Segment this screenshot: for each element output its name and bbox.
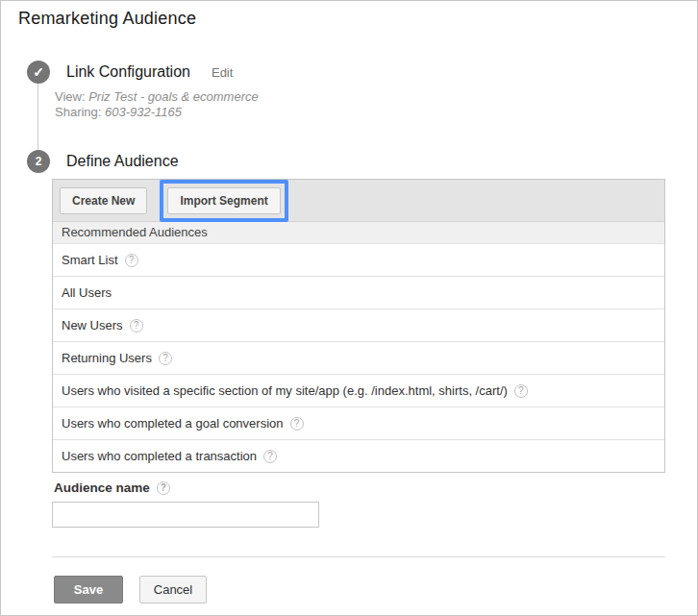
sharing-value: 603-932-1165: [105, 105, 182, 119]
sharing-label: Sharing:: [55, 105, 101, 119]
audience-row-transaction[interactable]: Users who completed a transaction ?: [53, 439, 664, 472]
audience-row-label: All Users: [62, 285, 112, 300]
help-icon[interactable]: ?: [157, 481, 170, 495]
import-segment-button[interactable]: Import Segment: [167, 187, 280, 214]
step2-header: 2 Define Audience: [27, 150, 179, 173]
save-button[interactable]: Save: [54, 576, 123, 604]
help-icon[interactable]: ?: [263, 450, 277, 463]
help-icon[interactable]: ?: [514, 384, 528, 398]
step1-edit-link[interactable]: Edit: [212, 65, 233, 80]
audience-row-label: Users who completed a transaction: [62, 449, 257, 463]
import-segment-highlight: Import Segment: [160, 180, 287, 222]
check-icon: ✓: [33, 65, 44, 79]
help-icon[interactable]: ?: [290, 417, 304, 431]
audience-row-all-users[interactable]: All Users: [53, 276, 664, 308]
recommended-audiences-header: Recommended Audiences: [53, 221, 664, 243]
step1-details: View: Priz Test - goals & ecommerce Shar…: [55, 89, 259, 120]
audience-row-label: Returning Users: [62, 351, 152, 365]
step2-number-badge: 2: [27, 150, 50, 173]
help-icon[interactable]: ?: [159, 352, 172, 365]
help-icon[interactable]: ?: [130, 319, 143, 333]
sharing-line: Sharing: 603-932-1165: [55, 105, 259, 120]
audience-name-label-row: Audience name ?: [54, 480, 170, 495]
step1-complete-badge: ✓: [27, 61, 50, 84]
audience-row-goal-conversion[interactable]: Users who completed a goal conversion ?: [53, 407, 664, 439]
create-new-button[interactable]: Create New: [60, 187, 147, 214]
cancel-button[interactable]: Cancel: [139, 576, 207, 604]
page-title: Remarketing Audience: [18, 9, 196, 29]
step-connector-line: [37, 82, 38, 153]
step2-title: Define Audience: [66, 153, 179, 170]
step1-title: Link Configuration: [66, 63, 190, 81]
audience-row-returning-users[interactable]: Returning Users ?: [53, 341, 664, 374]
audience-name-label: Audience name: [54, 480, 150, 495]
audience-row-smart-list[interactable]: Smart List ?: [53, 243, 664, 276]
define-audience-panel: Create New Import Segment Recommended Au…: [52, 179, 665, 473]
help-icon[interactable]: ?: [125, 254, 138, 267]
footer-divider: [52, 556, 665, 557]
audience-row-label: New Users: [62, 318, 123, 333]
audience-row-visited-section[interactable]: Users who visited a specific section of …: [53, 374, 664, 407]
audience-row-new-users[interactable]: New Users ?: [53, 308, 664, 341]
view-value: Priz Test - goals & ecommerce: [88, 89, 259, 104]
audience-name-input[interactable]: [52, 502, 319, 528]
audience-row-label: Smart List: [62, 253, 118, 267]
view-line: View: Priz Test - goals & ecommerce: [55, 89, 259, 105]
step1-header: ✓ Link Configuration Edit: [27, 61, 233, 84]
audience-row-label: Users who completed a goal conversion: [62, 416, 284, 431]
audience-row-label: Users who visited a specific section of …: [62, 383, 508, 398]
step2-number: 2: [36, 156, 42, 167]
view-label: View:: [55, 89, 86, 104]
audience-toolbar: Create New Import Segment: [53, 180, 664, 221]
remarketing-audience-page: Remarketing Audience ✓ Link Configuratio…: [0, 0, 698, 616]
